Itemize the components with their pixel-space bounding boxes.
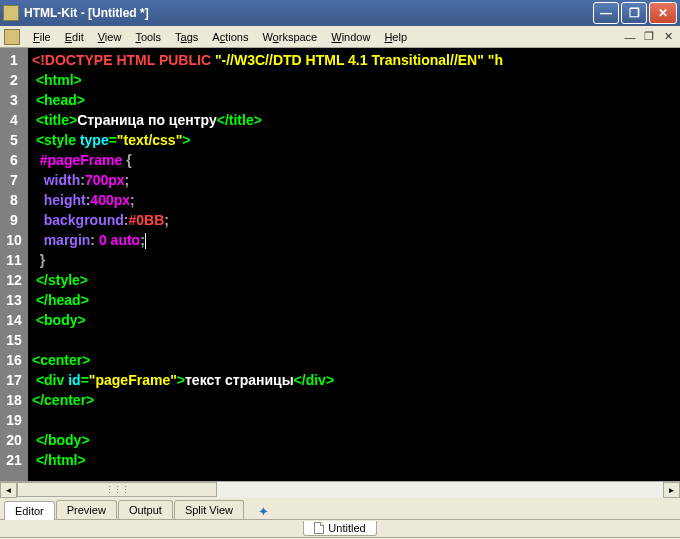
line-number: 20 [0,430,28,450]
line-number: 4 [0,110,28,130]
view-tabs: Editor Preview Output Split View ✦ [0,498,680,520]
line-number: 19 [0,410,28,430]
app-menu-icon[interactable] [4,29,20,45]
menu-bar: FFileile Edit View Tools Tags Actions Wo… [0,26,680,48]
editor-area: 1 2 3 4 5 6 7 8 9 10 11 12 13 14 15 16 1… [0,48,680,481]
menu-tools[interactable]: Tools [128,29,168,45]
line-number: 16 [0,350,28,370]
document-tab-untitled[interactable]: Untitled [303,521,376,536]
maximize-button[interactable]: ❐ [621,2,647,24]
horizontal-scrollbar[interactable]: ◄ ⋮⋮⋮ ► [0,481,680,498]
line-number: 17 [0,370,28,390]
line-number: 6 [0,150,28,170]
menu-actions[interactable]: Actions [205,29,255,45]
line-number: 10 [0,230,28,250]
code-editor[interactable]: <!DOCTYPE HTML PUBLIC "-//W3C//DTD HTML … [28,48,680,481]
mdi-restore-button[interactable]: ❐ [641,30,657,44]
line-number: 8 [0,190,28,210]
menu-view[interactable]: View [91,29,129,45]
minimize-button[interactable]: — [593,2,619,24]
menu-edit[interactable]: Edit [58,29,91,45]
line-number: 2 [0,70,28,90]
line-number: 1 [0,50,28,70]
menu-help[interactable]: Help [377,29,414,45]
tab-editor[interactable]: Editor [4,501,55,520]
line-number: 13 [0,290,28,310]
document-tab-label: Untitled [328,522,365,534]
menu-window[interactable]: Window [324,29,377,45]
new-tab-icon[interactable]: ✦ [255,503,271,519]
close-button[interactable]: ✕ [649,2,677,24]
scroll-track[interactable]: ⋮⋮⋮ [17,482,663,498]
line-number: 3 [0,90,28,110]
line-number: 21 [0,450,28,470]
line-number: 14 [0,310,28,330]
window-title: HTML-Kit - [Untitled *] [24,6,591,20]
menu-tags[interactable]: Tags [168,29,205,45]
tab-output[interactable]: Output [118,500,173,519]
line-number: 7 [0,170,28,190]
mdi-close-button[interactable]: ✕ [660,30,676,44]
scroll-right-button[interactable]: ► [663,482,680,498]
line-number: 12 [0,270,28,290]
title-bar: HTML-Kit - [Untitled *] — ❐ ✕ [0,0,680,26]
mdi-minimize-button[interactable]: — [622,30,638,44]
scroll-thumb[interactable]: ⋮⋮⋮ [17,482,217,497]
document-icon [314,522,324,534]
line-number: 18 [0,390,28,410]
line-number: 9 [0,210,28,230]
app-icon [3,5,19,21]
line-number: 15 [0,330,28,350]
tab-split-view[interactable]: Split View [174,500,244,519]
menu-file[interactable]: FFileile [26,29,58,45]
document-tabs: Untitled [0,520,680,538]
line-number-gutter: 1 2 3 4 5 6 7 8 9 10 11 12 13 14 15 16 1… [0,48,28,481]
line-number: 11 [0,250,28,270]
menu-workspace[interactable]: Workspace [255,29,324,45]
tab-preview[interactable]: Preview [56,500,117,519]
line-number: 5 [0,130,28,150]
scroll-left-button[interactable]: ◄ [0,482,17,498]
